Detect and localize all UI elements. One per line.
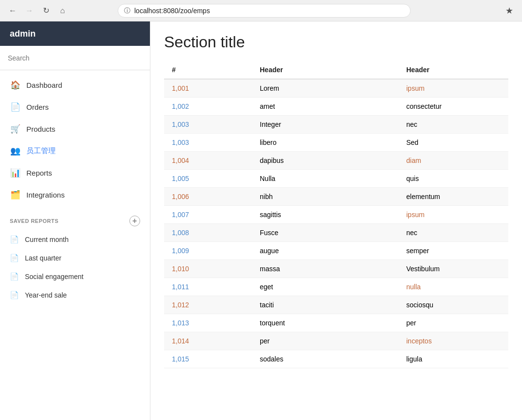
saved-report-year-end-sale[interactable]: 📄 Year-end sale <box>0 286 150 304</box>
cell-num: 1,003 <box>164 116 252 134</box>
table-row: 1,003liberoSed <box>164 134 508 152</box>
cell-col3: nec <box>398 224 508 242</box>
table-row: 1,011egetnulla <box>164 278 508 296</box>
search-input[interactable] <box>8 54 142 62</box>
saved-report-label: Current month <box>25 236 68 243</box>
add-saved-report-button[interactable]: + <box>129 216 140 226</box>
home-button[interactable]: ⌂ <box>56 4 69 18</box>
doc-icon: 📄 <box>10 291 19 300</box>
col-header1: Header <box>252 61 398 79</box>
cell-col3: per <box>398 314 508 332</box>
cell-col3: quis <box>398 170 508 188</box>
doc-icon: 📄 <box>10 254 19 262</box>
saved-report-label: Last quarter <box>25 254 62 262</box>
cell-col2: massa <box>252 260 398 278</box>
sidebar-item-integrations[interactable]: 🗂️ Integrations <box>0 184 150 206</box>
table-row: 1,007sagittisipsum <box>164 206 508 224</box>
cell-col3: semper <box>398 242 508 260</box>
sidebar-item-label-employees: 员工管理 <box>26 146 56 156</box>
cell-col2: Nulla <box>252 170 398 188</box>
page-title: Section title <box>164 33 508 51</box>
table-row: 1,010massaVestibulum <box>164 260 508 278</box>
sidebar-item-label-dashboard: Dashboard <box>26 81 62 89</box>
data-table: # Header Header 1,001Loremipsum1,002amet… <box>164 61 508 368</box>
cell-col3: sociosqu <box>398 296 508 314</box>
dashboard-icon: 🏠 <box>10 80 21 90</box>
sidebar-search-container <box>0 46 150 70</box>
sidebar-item-label-reports: Reports <box>26 169 52 177</box>
sidebar-item-products[interactable]: 🛒 Products <box>0 118 150 140</box>
url-text: localhost:8080/zoo/emps <box>134 7 404 15</box>
address-bar[interactable]: ⓘ localhost:8080/zoo/emps <box>118 4 411 18</box>
cell-num: 1,015 <box>164 350 252 368</box>
sidebar-item-employees[interactable]: 👥 员工管理 <box>0 140 150 162</box>
back-button[interactable]: ← <box>6 4 20 18</box>
sidebar-item-label-orders: Orders <box>26 103 49 111</box>
cell-col2: eget <box>252 278 398 296</box>
cell-col2: taciti <box>252 296 398 314</box>
products-icon: 🛒 <box>10 124 21 134</box>
app-name: admin <box>10 29 36 39</box>
employees-icon: 👥 <box>10 146 21 156</box>
cell-col2: nibh <box>252 188 398 206</box>
cell-num: 1,002 <box>164 98 252 116</box>
integrations-icon: 🗂️ <box>10 190 21 200</box>
forward-button[interactable]: → <box>22 4 36 18</box>
table-row: 1,001Loremipsum <box>164 79 508 98</box>
saved-report-current-month[interactable]: 📄 Current month <box>0 230 150 249</box>
table-row: 1,015sodalesligula <box>164 350 508 368</box>
saved-reports-label: SAVED REPORTS <box>10 218 59 224</box>
cell-col2: augue <box>252 242 398 260</box>
col-num-header: # <box>164 61 252 79</box>
table-row: 1,002ametconsectetur <box>164 98 508 116</box>
orders-icon: 📄 <box>10 102 21 112</box>
cell-col3: Vestibulum <box>398 260 508 278</box>
cell-num: 1,010 <box>164 260 252 278</box>
cell-col2: sagittis <box>252 206 398 224</box>
cell-col2: sodales <box>252 350 398 368</box>
cell-num: 1,014 <box>164 332 252 350</box>
saved-report-label: Social engagement <box>25 273 84 280</box>
saved-reports-header: SAVED REPORTS + <box>0 210 150 230</box>
cell-col2: torquent <box>252 314 398 332</box>
cell-col3: ipsum <box>398 206 508 224</box>
cell-col2: dapibus <box>252 152 398 170</box>
cell-num: 1,004 <box>164 152 252 170</box>
bookmark-button[interactable]: ★ <box>502 4 516 18</box>
cell-col3: nec <box>398 116 508 134</box>
table-row: 1,008Fuscenec <box>164 224 508 242</box>
table-row: 1,003Integernec <box>164 116 508 134</box>
cell-num: 1,005 <box>164 170 252 188</box>
table-row: 1,005Nullaquis <box>164 170 508 188</box>
saved-report-last-quarter[interactable]: 📄 Last quarter <box>0 249 150 267</box>
cell-col2: Integer <box>252 116 398 134</box>
table-row: 1,004dapibusdiam <box>164 152 508 170</box>
doc-icon: 📄 <box>10 235 19 244</box>
cell-num: 1,013 <box>164 314 252 332</box>
table-row: 1,014perinceptos <box>164 332 508 350</box>
cell-col3: diam <box>398 152 508 170</box>
browser-chrome: ← → ↻ ⌂ ⓘ localhost:8080/zoo/emps ★ <box>0 0 522 21</box>
cell-col3: ligula <box>398 350 508 368</box>
table-row: 1,009auguesemper <box>164 242 508 260</box>
browser-nav-buttons: ← → ↻ ⌂ <box>6 4 69 18</box>
reload-button[interactable]: ↻ <box>39 4 53 18</box>
cell-col3: consectetur <box>398 98 508 116</box>
saved-report-social-engagement[interactable]: 📄 Social engagement <box>0 267 150 286</box>
saved-reports-list: 📄 Current month 📄 Last quarter 📄 Social … <box>0 230 150 304</box>
main-content: Section title # Header Header 1,001Lorem… <box>150 21 522 420</box>
sidebar: admin 🏠 Dashboard 📄 Orders 🛒 Products 👥 … <box>0 21 150 420</box>
sidebar-item-reports[interactable]: 📊 Reports <box>0 162 150 184</box>
cell-num: 1,003 <box>164 134 252 152</box>
cell-col2: Lorem <box>252 79 398 98</box>
sidebar-item-dashboard[interactable]: 🏠 Dashboard <box>0 74 150 96</box>
table-row: 1,006nibhelementum <box>164 188 508 206</box>
table-row: 1,012tacitisociosqu <box>164 296 508 314</box>
cell-col2: per <box>252 332 398 350</box>
cell-num: 1,001 <box>164 79 252 98</box>
doc-icon: 📄 <box>10 272 19 281</box>
table-row: 1,013torquentper <box>164 314 508 332</box>
cell-col3: Sed <box>398 134 508 152</box>
reports-icon: 📊 <box>10 168 21 178</box>
sidebar-item-orders[interactable]: 📄 Orders <box>0 96 150 118</box>
